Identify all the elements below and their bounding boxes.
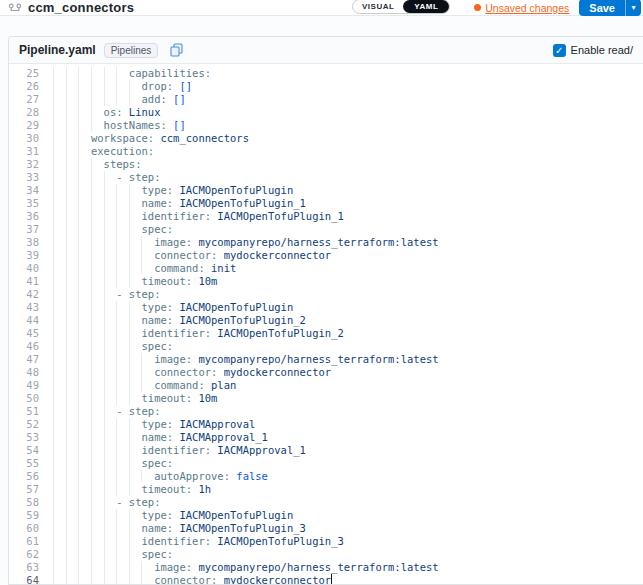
code-line[interactable]: 32steps: — [9, 158, 643, 171]
save-button[interactable]: Save — [579, 0, 625, 16]
indent-guide — [116, 184, 129, 197]
code-line[interactable]: 46spec: — [9, 340, 643, 353]
unsaved-changes-link[interactable]: Unsaved changes — [474, 2, 569, 14]
indent-guide — [91, 509, 104, 522]
code-line[interactable]: 56autoApprove: false — [9, 470, 643, 483]
code-line[interactable]: 44name: IACMOpenTofuPlugin_2 — [9, 314, 643, 327]
token-key: execution: — [91, 145, 154, 157]
code-line[interactable]: 61identifier: IACMOpenTofuPlugin_3 — [9, 535, 643, 548]
indent-guide — [141, 366, 154, 379]
indent-guide — [53, 444, 66, 457]
code-line[interactable]: 29hostNames: [] — [9, 119, 643, 132]
code-line[interactable]: 30workspace: ccm_connectors — [9, 132, 643, 145]
token-key: identifier: — [141, 444, 211, 456]
code-line[interactable]: 54identifier: IACMApproval_1 — [9, 444, 643, 457]
indent-guide — [104, 262, 117, 275]
indent-guide — [78, 314, 91, 327]
indent-guide — [104, 249, 117, 262]
indent-guide — [116, 574, 129, 584]
code-line[interactable]: 41timeout: 10m — [9, 275, 643, 288]
line-number: 44 — [9, 314, 53, 327]
line-number: 39 — [9, 249, 53, 262]
indent-guide — [104, 236, 117, 249]
code-line[interactable]: 51- step: — [9, 405, 643, 418]
indent-guide — [91, 483, 104, 496]
line-number: 30 — [9, 132, 53, 145]
token-key: timeout: — [141, 483, 192, 495]
copy-yaml-button[interactable] — [170, 43, 183, 57]
code-line[interactable]: 59type: IACMOpenTofuPlugin — [9, 509, 643, 522]
code-line[interactable]: 63image: mycompanyrepo/harness_terraform… — [9, 561, 643, 574]
toggle-yaml[interactable]: YAML — [403, 0, 449, 13]
indent-guide — [91, 197, 104, 210]
code-line[interactable]: 60name: IACMOpenTofuPlugin_3 — [9, 522, 643, 535]
indent-guide — [66, 158, 79, 171]
code-line[interactable]: 55spec: — [9, 457, 643, 470]
token-key: identifier: — [141, 535, 211, 547]
toggle-visual[interactable]: VISUAL — [353, 0, 403, 13]
token-bool: false — [230, 470, 268, 482]
editor-lines: 25capabilities:26drop: []27add: []28os: … — [9, 67, 643, 584]
code-line[interactable]: 36identifier: IACMOpenTofuPlugin_1 — [9, 210, 643, 223]
indent-guide — [129, 561, 142, 574]
enable-edit-checkbox[interactable]: ✓ — [553, 44, 566, 57]
indent-guide — [78, 210, 91, 223]
code-line[interactable]: 35name: IACMOpenTofuPlugin_1 — [9, 197, 643, 210]
indent-guide — [129, 314, 142, 327]
code-line[interactable]: 39connector: mydockerconnector — [9, 249, 643, 262]
code-line[interactable]: 27add: [] — [9, 93, 643, 106]
code-text: type: IACMOpenTofuPlugin — [53, 184, 293, 197]
code-line[interactable]: 50timeout: 10m — [9, 392, 643, 405]
code-line[interactable]: 25capabilities: — [9, 67, 643, 80]
indent-guide — [104, 366, 117, 379]
code-line[interactable]: 49command: plan — [9, 379, 643, 392]
code-line[interactable]: 43type: IACMOpenTofuPlugin — [9, 301, 643, 314]
yaml-editor[interactable]: 25capabilities:26drop: []27add: []28os: … — [9, 64, 643, 584]
token-bool: [] — [167, 93, 186, 105]
indent-guide — [91, 340, 104, 353]
code-line[interactable]: 53name: IACMApproval_1 — [9, 431, 643, 444]
code-text: - step: — [53, 171, 160, 184]
code-line[interactable]: 28os: Linux — [9, 106, 643, 119]
token-key: command: — [154, 262, 205, 274]
token-key: name: — [141, 314, 173, 326]
code-line[interactable]: 34type: IACMOpenTofuPlugin — [9, 184, 643, 197]
indent-guide — [66, 496, 79, 509]
indent-guide — [78, 80, 91, 93]
token-key: steps: — [104, 158, 142, 170]
save-dropdown-caret[interactable]: ▾ — [625, 0, 641, 16]
token-val: IACMApproval — [173, 418, 255, 430]
line-number: 56 — [9, 470, 53, 483]
indent-guide — [53, 535, 66, 548]
code-line[interactable]: 37spec: — [9, 223, 643, 236]
code-line[interactable]: 42- step: — [9, 288, 643, 301]
code-line[interactable]: 40command: init — [9, 262, 643, 275]
code-line[interactable]: 45identifier: IACMOpenTofuPlugin_2 — [9, 327, 643, 340]
code-line[interactable]: 33- step: — [9, 171, 643, 184]
token-key: name: — [141, 522, 173, 534]
token-key: autoApprove: — [154, 470, 230, 482]
code-line[interactable]: 26drop: [] — [9, 80, 643, 93]
indent-guide — [116, 197, 129, 210]
code-line[interactable]: 57timeout: 1h — [9, 483, 643, 496]
code-line[interactable]: 64connector: mydockerconnector — [9, 574, 643, 584]
indent-guide — [129, 431, 142, 444]
indent-guide — [104, 574, 117, 584]
indent-guide — [116, 535, 129, 548]
indent-guide — [53, 392, 66, 405]
code-line[interactable]: 52type: IACMApproval — [9, 418, 643, 431]
token-key: type: — [141, 184, 173, 196]
indent-guide — [129, 327, 142, 340]
code-line[interactable]: 47image: mycompanyrepo/harness_terraform… — [9, 353, 643, 366]
indent-guide — [91, 405, 104, 418]
code-line[interactable]: 38image: mycompanyrepo/harness_terraform… — [9, 236, 643, 249]
indent-guide — [91, 561, 104, 574]
code-line[interactable]: 48connector: mydockerconnector — [9, 366, 643, 379]
indent-guide — [78, 158, 91, 171]
line-number: 48 — [9, 366, 53, 379]
code-line[interactable]: 31execution: — [9, 145, 643, 158]
code-text: type: IACMOpenTofuPlugin — [53, 509, 293, 522]
code-line[interactable]: 62spec: — [9, 548, 643, 561]
code-line[interactable]: 58- step: — [9, 496, 643, 509]
code-text: command: init — [53, 262, 236, 275]
